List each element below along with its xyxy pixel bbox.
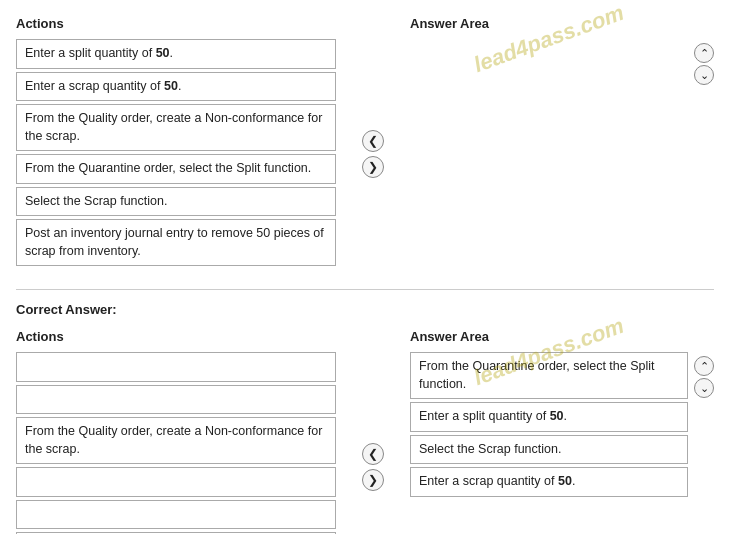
answer-item-c1[interactable]: From the Quarantine order, select the Sp… — [410, 352, 688, 399]
answer-item-c2[interactable]: Enter a split quantity of 50. — [410, 402, 688, 432]
action-item-6[interactable]: Post an inventory journal entry to remov… — [16, 219, 336, 266]
main-container: Actions Enter a split quantity of 50. En… — [16, 16, 714, 534]
answer-column-1: Answer Area ⌃ ⌄ lead4pass.com — [410, 16, 714, 269]
question-section: Actions Enter a split quantity of 50. En… — [16, 16, 714, 269]
action-item-5[interactable]: Select the Scrap function. — [16, 187, 336, 217]
answer-item-c3[interactable]: Select the Scrap function. — [410, 435, 688, 465]
action-item-b5[interactable] — [16, 500, 336, 530]
action-item-b4[interactable] — [16, 467, 336, 497]
answer-items-2: From the Quarantine order, select the Sp… — [410, 352, 688, 500]
transfer-left-icon-2[interactable]: ❮ — [362, 443, 384, 465]
action-item-2[interactable]: Enter a scrap quantity of 50. — [16, 72, 336, 102]
transfer-arrows-2: ❮ ❯ — [356, 351, 390, 534]
actions-header-2: Actions — [16, 329, 336, 344]
answer-up-btn-2[interactable]: ⌃ — [694, 356, 714, 376]
answer-inner-2: From the Quarantine order, select the Sp… — [410, 352, 714, 500]
actions-column-1: Actions Enter a split quantity of 50. En… — [16, 16, 336, 269]
answer-arrows-1: ⌃ ⌄ — [694, 43, 714, 85]
answer-header-2: Answer Area — [410, 329, 714, 344]
answer-header-1: Answer Area — [410, 16, 714, 31]
transfer-right-icon[interactable]: ❯ — [362, 156, 384, 178]
transfer-right-icon-2[interactable]: ❯ — [362, 469, 384, 491]
answer-down-btn-2[interactable]: ⌄ — [694, 378, 714, 398]
answer-arrows-2: ⌃ ⌄ — [694, 356, 714, 398]
action-item-3[interactable]: From the Quality order, create a Non-con… — [16, 104, 336, 151]
answer-down-btn-1[interactable]: ⌄ — [694, 65, 714, 85]
answer-item-c4[interactable]: Enter a scrap quantity of 50. — [410, 467, 688, 497]
actions-column-2: Actions From the Quality order, create a… — [16, 329, 336, 534]
answer-inner-1: ⌃ ⌄ — [410, 39, 714, 85]
actions-header-1: Actions — [16, 16, 336, 31]
divider — [16, 289, 714, 290]
action-item-4[interactable]: From the Quarantine order, select the Sp… — [16, 154, 336, 184]
answer-up-btn-1[interactable]: ⌃ — [694, 43, 714, 63]
answer-section: Actions From the Quality order, create a… — [16, 329, 714, 534]
answer-column-2: Answer Area From the Quarantine order, s… — [410, 329, 714, 534]
action-item-b2[interactable] — [16, 385, 336, 415]
action-item-1[interactable]: Enter a split quantity of 50. — [16, 39, 336, 69]
action-item-b1[interactable] — [16, 352, 336, 382]
correct-label: Correct Answer: — [16, 302, 714, 317]
action-item-b3[interactable]: From the Quality order, create a Non-con… — [16, 417, 336, 464]
transfer-arrows-1: ❮ ❯ — [356, 38, 390, 269]
transfer-left-icon[interactable]: ❮ — [362, 130, 384, 152]
